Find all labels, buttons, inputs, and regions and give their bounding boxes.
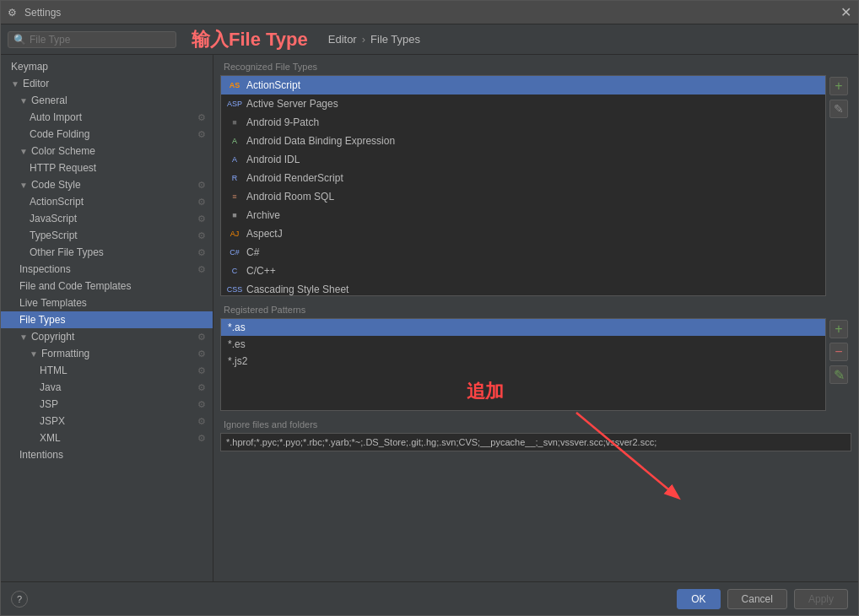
file-type-item-aspectj[interactable]: AJ AspectJ [221, 224, 825, 243]
remove-pattern-button[interactable]: − [829, 343, 848, 361]
pattern-item-js2[interactable]: *.js2 [221, 353, 825, 370]
patterns-section: *.as *.es *.js2 + − ✎ [220, 318, 851, 411]
patterns-list: *.as *.es *.js2 [220, 318, 826, 411]
sidebar-item-file-types[interactable]: File Types [1, 311, 213, 328]
gear-icon-java: ⚙ [197, 382, 206, 393]
file-type-item-9patch[interactable]: ■ Android 9-Patch [221, 113, 825, 132]
gear-icon-auto-import: ⚙ [197, 112, 206, 123]
archive-icon: ■ [228, 208, 241, 222]
sidebar-item-html[interactable]: HTML ⚙ [1, 362, 213, 379]
gear-icon-code-style: ⚙ [197, 180, 206, 191]
sidebar-item-color-scheme[interactable]: ▼ Color Scheme [1, 143, 213, 159]
pattern-buttons: + − ✎ [826, 318, 851, 411]
sidebar-item-live-templates[interactable]: Live Templates [1, 294, 213, 311]
file-type-item-adb[interactable]: A Android Data Binding Expression [221, 132, 825, 150]
ignore-input[interactable] [220, 433, 851, 451]
sidebar-item-code-folding[interactable]: Code Folding ⚙ [1, 126, 213, 143]
bottom-bar: ? OK Cancel Apply [1, 581, 858, 615]
gear-icon-code-folding: ⚙ [197, 129, 206, 140]
sidebar-item-file-code-templates[interactable]: File and Code Templates [1, 278, 213, 294]
adb-icon: A [228, 134, 241, 148]
gear-icon-js: ⚙ [197, 213, 206, 224]
search-input[interactable] [30, 34, 156, 46]
file-type-item-rs[interactable]: R Android RenderScript [221, 169, 825, 187]
sidebar-item-editor[interactable]: ▼ Editor [1, 75, 213, 92]
ignore-section [220, 433, 851, 451]
file-type-item-asp[interactable]: ASP Active Server Pages [221, 95, 825, 113]
arrow-editor: ▼ [11, 79, 19, 89]
pattern-item-as[interactable]: *.as [221, 319, 825, 336]
file-type-item-cpp[interactable]: C C/C++ [221, 262, 825, 280]
add-filetype-button[interactable]: + [829, 77, 848, 95]
help-button[interactable]: ? [11, 591, 28, 608]
sidebar-item-copyright[interactable]: ▼ Copyright ⚙ [1, 328, 213, 345]
asp-icon: ASP [228, 97, 241, 111]
breadcrumb-current: File Types [370, 33, 420, 46]
sidebar-item-xml[interactable]: XML ⚙ [1, 430, 213, 446]
file-type-item-actionscript[interactable]: AS ActionScript [221, 76, 825, 95]
sidebar-item-auto-import[interactable]: Auto Import ⚙ [1, 109, 213, 126]
sidebar-item-code-style[interactable]: ▼ Code Style ⚙ [1, 176, 213, 193]
gear-icon-inspections: ⚙ [197, 264, 206, 275]
search-icon: 🔍 [14, 34, 26, 46]
file-type-item-archive[interactable]: ■ Archive [221, 206, 825, 224]
add-annotation-text: 追加 [467, 379, 504, 404]
annotation-container: 追加 [213, 455, 858, 505]
gear-icon-other: ⚙ [197, 247, 206, 258]
sidebar-item-jspx[interactable]: JSPX ⚙ [1, 413, 213, 430]
ok-button[interactable]: OK [677, 589, 720, 609]
gear-icon-html: ⚙ [197, 365, 206, 376]
add-pattern-button[interactable]: + [829, 320, 848, 338]
recognized-section: AS ActionScript ASP Active Server Pages … [220, 75, 851, 296]
9p-icon: ■ [228, 116, 241, 129]
arrow-copyright: ▼ [19, 332, 28, 342]
gear-icon-as: ⚙ [197, 197, 206, 208]
sidebar-item-javascript[interactable]: JavaScript ⚙ [1, 210, 213, 227]
ignore-label: Ignore files and folders [213, 414, 858, 433]
edit-filetype-button[interactable]: ✎ [829, 100, 848, 118]
sidebar-item-general[interactable]: ▼ General [1, 92, 213, 109]
aidl-icon: A [228, 153, 241, 166]
edit-pattern-button[interactable]: ✎ [829, 365, 848, 384]
sidebar: Keymap ▼ Editor ▼ General Auto Import ⚙ … [1, 55, 213, 581]
sidebar-item-other-file-types[interactable]: Other File Types ⚙ [1, 244, 213, 261]
sidebar-item-formatting[interactable]: ▼ Formatting ⚙ [1, 345, 213, 362]
sidebar-item-keymap[interactable]: Keymap [1, 58, 213, 75]
sql-icon: ≡ [228, 190, 241, 203]
cs-icon: C# [228, 246, 241, 259]
registered-label: Registered Patterns [213, 300, 858, 318]
file-type-item-room-sql[interactable]: ≡ Android Room SQL [221, 187, 825, 206]
sidebar-item-inspections[interactable]: Inspections ⚙ [1, 261, 213, 278]
gear-icon-jsp: ⚙ [197, 399, 206, 410]
apply-button[interactable]: Apply [794, 589, 848, 609]
breadcrumb: Editor › File Types [328, 33, 420, 46]
sidebar-item-intentions[interactable]: Intentions [1, 446, 213, 463]
pattern-item-es[interactable]: *.es [221, 336, 825, 353]
close-button[interactable]: ✕ [840, 4, 851, 20]
sidebar-item-java[interactable]: Java ⚙ [1, 379, 213, 396]
arrow-formatting: ▼ [30, 349, 38, 359]
title-bar: ⚙ Settings ✕ [1, 1, 858, 24]
gear-icon-xml: ⚙ [197, 433, 206, 444]
sidebar-item-jsp[interactable]: JSP ⚙ [1, 396, 213, 413]
as-icon: AS [228, 78, 241, 92]
gear-icon-jspx: ⚙ [197, 416, 206, 427]
sidebar-item-actionscript-style[interactable]: ActionScript ⚙ [1, 193, 213, 210]
file-type-item-aidl[interactable]: A Android IDL [221, 150, 825, 169]
annotation-file-type: 输入File Type [192, 27, 308, 52]
top-bar: 🔍 输入File Type Editor › File Types [1, 24, 858, 55]
window-title: Settings [24, 7, 61, 19]
sidebar-item-typescript[interactable]: TypeScript ⚙ [1, 227, 213, 244]
rs-icon: R [228, 171, 241, 185]
recognized-list: AS ActionScript ASP Active Server Pages … [220, 75, 826, 296]
breadcrumb-separator: › [362, 33, 365, 46]
aj-icon: AJ [228, 227, 241, 240]
cancel-button[interactable]: Cancel [727, 589, 787, 609]
sidebar-item-http-request[interactable]: HTTP Request [1, 159, 213, 176]
arrow-general: ▼ [19, 96, 28, 105]
file-type-item-csharp[interactable]: C# C# [221, 243, 825, 262]
css-icon: CSS [228, 283, 241, 296]
app-icon: ⚙ [8, 7, 19, 19]
file-type-item-css[interactable]: CSS Cascading Style Sheet [221, 280, 825, 296]
recognized-label: Recognized File Types [213, 55, 858, 75]
